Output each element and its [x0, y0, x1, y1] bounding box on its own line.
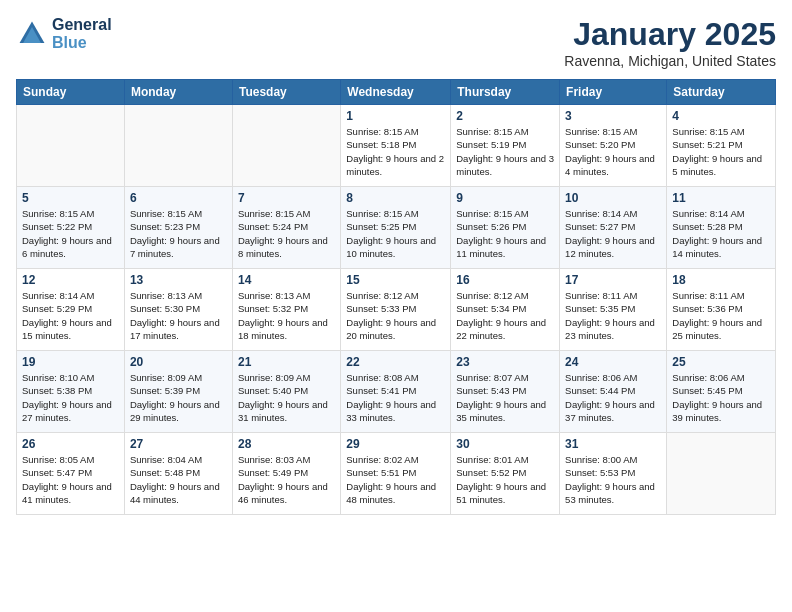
calendar-cell [124, 105, 232, 187]
calendar-cell: 28Sunrise: 8:03 AM Sunset: 5:49 PM Dayli… [232, 433, 340, 515]
calendar-cell: 25Sunrise: 8:06 AM Sunset: 5:45 PM Dayli… [667, 351, 776, 433]
location: Ravenna, Michigan, United States [564, 53, 776, 69]
calendar-cell: 8Sunrise: 8:15 AM Sunset: 5:25 PM Daylig… [341, 187, 451, 269]
day-number: 28 [238, 437, 335, 451]
day-number: 19 [22, 355, 119, 369]
day-number: 12 [22, 273, 119, 287]
logo-text: General Blue [52, 16, 112, 52]
logo: General Blue [16, 16, 112, 52]
calendar-cell: 21Sunrise: 8:09 AM Sunset: 5:40 PM Dayli… [232, 351, 340, 433]
day-number: 24 [565, 355, 661, 369]
day-number: 17 [565, 273, 661, 287]
day-number: 14 [238, 273, 335, 287]
calendar-week-row: 19Sunrise: 8:10 AM Sunset: 5:38 PM Dayli… [17, 351, 776, 433]
day-number: 11 [672, 191, 770, 205]
calendar-cell: 23Sunrise: 8:07 AM Sunset: 5:43 PM Dayli… [451, 351, 560, 433]
day-number: 20 [130, 355, 227, 369]
calendar-cell: 4Sunrise: 8:15 AM Sunset: 5:21 PM Daylig… [667, 105, 776, 187]
day-number: 16 [456, 273, 554, 287]
day-info: Sunrise: 8:12 AM Sunset: 5:34 PM Dayligh… [456, 289, 554, 342]
calendar-cell: 19Sunrise: 8:10 AM Sunset: 5:38 PM Dayli… [17, 351, 125, 433]
day-info: Sunrise: 8:15 AM Sunset: 5:23 PM Dayligh… [130, 207, 227, 260]
day-info: Sunrise: 8:06 AM Sunset: 5:44 PM Dayligh… [565, 371, 661, 424]
calendar-cell [667, 433, 776, 515]
day-number: 9 [456, 191, 554, 205]
calendar-week-row: 5Sunrise: 8:15 AM Sunset: 5:22 PM Daylig… [17, 187, 776, 269]
day-info: Sunrise: 8:15 AM Sunset: 5:26 PM Dayligh… [456, 207, 554, 260]
calendar: SundayMondayTuesdayWednesdayThursdayFrid… [16, 79, 776, 515]
calendar-cell: 7Sunrise: 8:15 AM Sunset: 5:24 PM Daylig… [232, 187, 340, 269]
calendar-cell: 29Sunrise: 8:02 AM Sunset: 5:51 PM Dayli… [341, 433, 451, 515]
day-number: 13 [130, 273, 227, 287]
calendar-cell: 31Sunrise: 8:00 AM Sunset: 5:53 PM Dayli… [560, 433, 667, 515]
weekday-header: Tuesday [232, 80, 340, 105]
weekday-header: Wednesday [341, 80, 451, 105]
day-info: Sunrise: 8:01 AM Sunset: 5:52 PM Dayligh… [456, 453, 554, 506]
logo-icon [16, 18, 48, 50]
calendar-cell [232, 105, 340, 187]
day-info: Sunrise: 8:15 AM Sunset: 5:25 PM Dayligh… [346, 207, 445, 260]
day-info: Sunrise: 8:09 AM Sunset: 5:39 PM Dayligh… [130, 371, 227, 424]
day-number: 21 [238, 355, 335, 369]
day-info: Sunrise: 8:09 AM Sunset: 5:40 PM Dayligh… [238, 371, 335, 424]
day-number: 18 [672, 273, 770, 287]
calendar-cell: 16Sunrise: 8:12 AM Sunset: 5:34 PM Dayli… [451, 269, 560, 351]
calendar-cell: 5Sunrise: 8:15 AM Sunset: 5:22 PM Daylig… [17, 187, 125, 269]
calendar-cell: 2Sunrise: 8:15 AM Sunset: 5:19 PM Daylig… [451, 105, 560, 187]
day-info: Sunrise: 8:11 AM Sunset: 5:36 PM Dayligh… [672, 289, 770, 342]
day-number: 3 [565, 109, 661, 123]
calendar-cell: 10Sunrise: 8:14 AM Sunset: 5:27 PM Dayli… [560, 187, 667, 269]
day-info: Sunrise: 8:05 AM Sunset: 5:47 PM Dayligh… [22, 453, 119, 506]
weekday-header: Monday [124, 80, 232, 105]
day-number: 30 [456, 437, 554, 451]
day-number: 6 [130, 191, 227, 205]
day-info: Sunrise: 8:06 AM Sunset: 5:45 PM Dayligh… [672, 371, 770, 424]
weekday-header: Friday [560, 80, 667, 105]
day-info: Sunrise: 8:15 AM Sunset: 5:22 PM Dayligh… [22, 207, 119, 260]
day-number: 8 [346, 191, 445, 205]
day-info: Sunrise: 8:14 AM Sunset: 5:28 PM Dayligh… [672, 207, 770, 260]
page: General Blue January 2025 Ravenna, Michi… [0, 0, 792, 612]
calendar-cell: 13Sunrise: 8:13 AM Sunset: 5:30 PM Dayli… [124, 269, 232, 351]
calendar-week-row: 26Sunrise: 8:05 AM Sunset: 5:47 PM Dayli… [17, 433, 776, 515]
calendar-cell: 18Sunrise: 8:11 AM Sunset: 5:36 PM Dayli… [667, 269, 776, 351]
calendar-cell: 24Sunrise: 8:06 AM Sunset: 5:44 PM Dayli… [560, 351, 667, 433]
calendar-cell: 11Sunrise: 8:14 AM Sunset: 5:28 PM Dayli… [667, 187, 776, 269]
day-info: Sunrise: 8:15 AM Sunset: 5:19 PM Dayligh… [456, 125, 554, 178]
day-number: 29 [346, 437, 445, 451]
calendar-cell [17, 105, 125, 187]
day-info: Sunrise: 8:11 AM Sunset: 5:35 PM Dayligh… [565, 289, 661, 342]
day-info: Sunrise: 8:02 AM Sunset: 5:51 PM Dayligh… [346, 453, 445, 506]
day-number: 25 [672, 355, 770, 369]
day-number: 31 [565, 437, 661, 451]
calendar-cell: 30Sunrise: 8:01 AM Sunset: 5:52 PM Dayli… [451, 433, 560, 515]
month-title: January 2025 [564, 16, 776, 53]
day-info: Sunrise: 8:13 AM Sunset: 5:32 PM Dayligh… [238, 289, 335, 342]
weekday-header: Saturday [667, 80, 776, 105]
calendar-cell: 12Sunrise: 8:14 AM Sunset: 5:29 PM Dayli… [17, 269, 125, 351]
calendar-cell: 3Sunrise: 8:15 AM Sunset: 5:20 PM Daylig… [560, 105, 667, 187]
day-number: 26 [22, 437, 119, 451]
calendar-cell: 27Sunrise: 8:04 AM Sunset: 5:48 PM Dayli… [124, 433, 232, 515]
day-info: Sunrise: 8:00 AM Sunset: 5:53 PM Dayligh… [565, 453, 661, 506]
day-number: 1 [346, 109, 445, 123]
day-info: Sunrise: 8:15 AM Sunset: 5:21 PM Dayligh… [672, 125, 770, 178]
day-info: Sunrise: 8:14 AM Sunset: 5:27 PM Dayligh… [565, 207, 661, 260]
calendar-cell: 1Sunrise: 8:15 AM Sunset: 5:18 PM Daylig… [341, 105, 451, 187]
day-info: Sunrise: 8:15 AM Sunset: 5:20 PM Dayligh… [565, 125, 661, 178]
calendar-cell: 22Sunrise: 8:08 AM Sunset: 5:41 PM Dayli… [341, 351, 451, 433]
day-info: Sunrise: 8:12 AM Sunset: 5:33 PM Dayligh… [346, 289, 445, 342]
day-number: 2 [456, 109, 554, 123]
day-number: 5 [22, 191, 119, 205]
day-info: Sunrise: 8:10 AM Sunset: 5:38 PM Dayligh… [22, 371, 119, 424]
day-info: Sunrise: 8:14 AM Sunset: 5:29 PM Dayligh… [22, 289, 119, 342]
day-number: 10 [565, 191, 661, 205]
day-info: Sunrise: 8:03 AM Sunset: 5:49 PM Dayligh… [238, 453, 335, 506]
day-info: Sunrise: 8:15 AM Sunset: 5:24 PM Dayligh… [238, 207, 335, 260]
day-info: Sunrise: 8:15 AM Sunset: 5:18 PM Dayligh… [346, 125, 445, 178]
weekday-header: Thursday [451, 80, 560, 105]
day-info: Sunrise: 8:08 AM Sunset: 5:41 PM Dayligh… [346, 371, 445, 424]
calendar-cell: 26Sunrise: 8:05 AM Sunset: 5:47 PM Dayli… [17, 433, 125, 515]
day-info: Sunrise: 8:13 AM Sunset: 5:30 PM Dayligh… [130, 289, 227, 342]
weekday-header: Sunday [17, 80, 125, 105]
